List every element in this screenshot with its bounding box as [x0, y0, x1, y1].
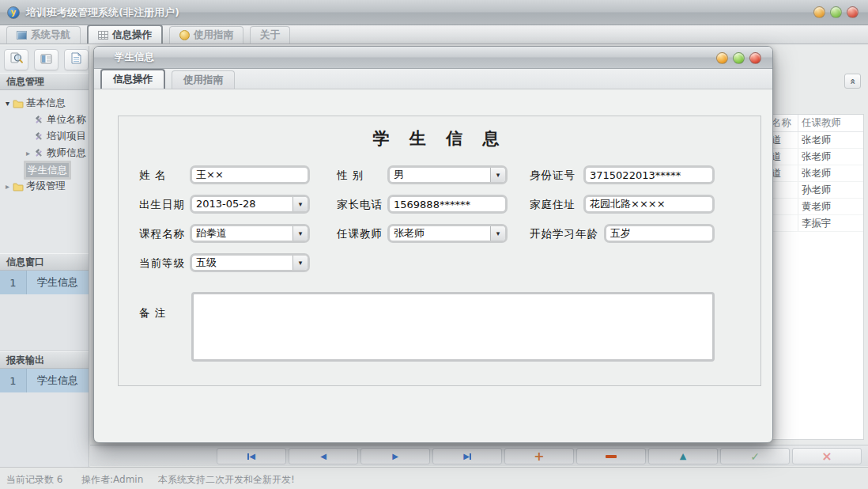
chevron-down-icon[interactable]: ▾ — [292, 197, 308, 211]
dialog-titlebar[interactable]: 学生信息 — [94, 47, 772, 69]
window-title: 培训班考级管理系统(非注册用户) — [26, 6, 179, 20]
tab-system-nav[interactable]: 系统导航 — [6, 26, 81, 44]
grid-first-button[interactable]: ◀ — [217, 448, 286, 464]
tab-label: 关于 — [260, 28, 280, 42]
row-label: 学生信息 — [27, 271, 89, 294]
report-icon — [40, 52, 52, 67]
chevron-down-icon[interactable]: ▾ — [490, 168, 505, 182]
id-number-label: 身份证号 — [530, 165, 576, 184]
double-chevron-up-icon: « — [847, 78, 857, 85]
tree-item-basic-info[interactable]: ▾ 基本信息 — [0, 95, 89, 112]
dialog-minimize-button[interactable] — [716, 52, 728, 64]
folder-icon — [12, 182, 25, 191]
collapse-panel-button[interactable]: « — [844, 74, 861, 89]
edit-triangle-icon: ▲ — [680, 452, 686, 461]
start-age-input[interactable] — [604, 224, 715, 243]
tree-item-unit-name[interactable]: 单位名称 — [0, 112, 89, 128]
tab-label: 系统导航 — [31, 28, 70, 42]
chevron-down-icon[interactable]: ▾ — [490, 226, 505, 241]
tree-item-training-project[interactable]: 培训项目 — [0, 128, 89, 145]
name-label: 姓 名 — [139, 165, 166, 184]
row-number: 1 — [0, 369, 27, 392]
main-titlebar: y 培训班考级管理系统(非注册用户) — [0, 0, 868, 25]
teacher-select[interactable]: 张老师 ▾ — [387, 224, 508, 243]
tab-label: 信息操作 — [113, 73, 153, 86]
grid-prev-button[interactable]: ◀ — [289, 448, 358, 464]
next-record-icon: ▶ — [392, 453, 398, 461]
dialog-title: 学生信息 — [115, 51, 154, 64]
help-icon — [179, 30, 190, 40]
parent-phone-input[interactable] — [387, 195, 508, 214]
dialog-tab-user-guide[interactable]: 使用指南 — [172, 70, 235, 89]
name-input[interactable] — [190, 165, 310, 184]
row-label: 学生信息 — [27, 369, 89, 392]
dialog-maximize-button[interactable] — [733, 52, 745, 64]
tree-item-exam-manage[interactable]: ▸ 考级管理 — [0, 178, 89, 195]
grid-cancel-button[interactable]: × — [792, 448, 862, 464]
dialog-tab-info-operation[interactable]: 信息操作 — [100, 69, 165, 89]
sidebar-toolbar — [0, 46, 89, 73]
tree-item-label: 考级管理 — [25, 179, 67, 194]
grid-last-button[interactable]: ▶ — [432, 448, 502, 464]
tree-item-student-info[interactable]: ▸ 学生信息 — [0, 161, 89, 178]
course-name-select[interactable]: 跆拳道 ▾ — [190, 224, 310, 243]
birth-date-select[interactable]: 2013-05-28 ▾ — [190, 195, 310, 214]
tree-item-teacher-info[interactable]: ▸ 教师信息 — [0, 145, 89, 161]
folder-icon — [12, 99, 25, 108]
dialog-window-controls — [716, 52, 761, 64]
chevron-down-icon[interactable]: ▾ — [292, 256, 308, 270]
minimize-button[interactable] — [813, 6, 825, 18]
tool-icon — [32, 116, 45, 125]
tab-info-operation[interactable]: 信息操作 — [87, 25, 163, 44]
tab-label: 使用指南 — [194, 28, 233, 42]
minus-icon — [606, 455, 617, 458]
gender-select[interactable]: 男 ▾ — [387, 165, 508, 184]
window-icon — [17, 31, 27, 40]
preview-button[interactable] — [4, 49, 28, 70]
dialog-content: 学 生 信 息 姓 名 性 别 男 ▾ 身份证号 出生日期 2013-05-28… — [94, 89, 772, 442]
prev-record-icon: ◀ — [320, 453, 326, 461]
document-icon — [71, 52, 81, 67]
list-item[interactable]: 1 学生信息 — [0, 369, 89, 392]
course-name-value: 跆拳道 — [192, 226, 292, 241]
tab-user-guide[interactable]: 使用指南 — [169, 26, 243, 44]
course-name-label: 课程名称 — [139, 224, 185, 243]
chevron-right-icon[interactable]: ▸ — [3, 183, 12, 191]
info-window-list: 1 学生信息 — [0, 271, 89, 351]
tool-icon — [32, 149, 45, 158]
chevron-down-icon[interactable]: ▾ — [292, 226, 308, 241]
dialog-close-button[interactable] — [749, 52, 761, 64]
grid-post-button[interactable]: ✓ — [720, 448, 790, 464]
report-output-header: 报表输出 — [0, 351, 89, 369]
grid-delete-button[interactable] — [576, 448, 646, 464]
grid-navigator-toolbar: ◀ ◀ ▶ ▶ + ▲ ✓ × — [90, 445, 868, 466]
cross-icon: × — [821, 450, 832, 463]
sidebar: 信息管理 ▾ 基本信息 单位名称 培训项目 ▸ 教师信息 ▸ 学生信息 ▸ 考 — [0, 46, 89, 467]
operator: 操作者:Admin — [81, 473, 143, 487]
report-button[interactable] — [34, 49, 58, 70]
tree-item-label: 教师信息 — [45, 146, 88, 161]
grid-edit-button[interactable]: ▲ — [648, 448, 718, 464]
home-address-input[interactable] — [583, 195, 715, 214]
row-number: 1 — [0, 271, 27, 294]
remarks-textarea[interactable] — [191, 292, 715, 362]
record-count: 当前记录数 6 — [6, 473, 62, 487]
grid-next-button[interactable]: ▶ — [360, 448, 430, 464]
tab-about[interactable]: 关于 — [250, 26, 290, 44]
main-tabbar: 系统导航 信息操作 使用指南 关于 — [0, 25, 868, 44]
list-item[interactable]: 1 学生信息 — [0, 271, 89, 294]
plus-icon: + — [534, 450, 544, 463]
maximize-button[interactable] — [830, 6, 842, 18]
cell-teacher: 孙老师 — [798, 182, 863, 198]
cell-teacher: 张老师 — [798, 132, 863, 148]
tree-item-label: 单位名称 — [45, 112, 88, 127]
main-window-controls — [813, 6, 859, 18]
chevron-down-icon[interactable]: ▾ — [3, 100, 12, 108]
column-header-teacher[interactable]: 任课教师 — [798, 115, 863, 131]
current-level-select[interactable]: 五级 ▾ — [190, 253, 310, 272]
grid-add-button[interactable]: + — [504, 448, 574, 464]
chevron-right-icon[interactable]: ▸ — [24, 150, 32, 157]
document-button[interactable] — [64, 49, 89, 70]
id-number-input[interactable] — [583, 165, 715, 184]
close-button[interactable] — [847, 6, 859, 18]
